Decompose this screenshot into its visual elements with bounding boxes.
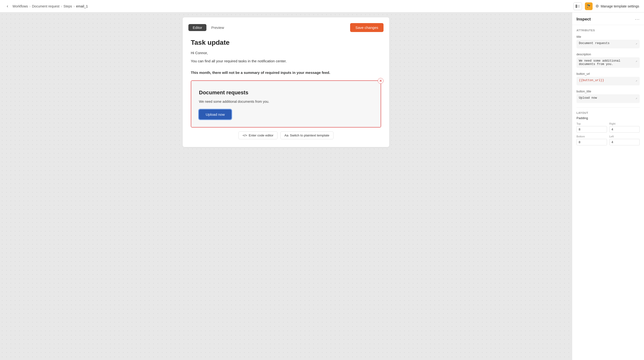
padding-top-label: Top [576, 122, 607, 125]
field-ext-icon-button-title[interactable]: ↗ [636, 96, 637, 100]
field-group-button-url: button_url {{button_url}} ↗ [576, 72, 640, 85]
email-title: Task update [191, 39, 381, 47]
padding-bottom-label: Bottom [576, 135, 607, 138]
padding-field-bottom: Bottom [576, 135, 607, 145]
manage-template-label: Manage template settings [601, 4, 639, 8]
field-group-button-title: button_title Upload now ↗ [576, 90, 640, 103]
top-nav: ‹ Workflows › Document request › Steps ›… [0, 0, 644, 13]
aa-icon: Aa [284, 133, 288, 137]
field-group-description: description We need some additional docu… [576, 53, 640, 68]
breadcrumb-current: email_1 [76, 4, 88, 8]
padding-left-input[interactable] [610, 139, 640, 145]
field-value-description: We need some additional documents from y… [576, 57, 640, 68]
breadcrumb: Workflows › Document request › Steps › e… [12, 4, 88, 8]
layout-section-label: LAYOUT [576, 111, 640, 114]
field-ext-icon-description[interactable]: ↗ [636, 59, 637, 63]
gear-icon: ⚙ [596, 4, 599, 9]
tab-preview[interactable]: Preview [207, 24, 228, 31]
field-value-button-url-text: {{button_url}} [579, 79, 604, 82]
inspect-more-button[interactable]: ··· [635, 16, 640, 22]
tab-editor[interactable]: Editor [188, 24, 206, 31]
tab-group: Editor Preview [188, 24, 228, 31]
editor-container: Editor Preview Save changes Task update … [183, 17, 389, 147]
upload-now-button[interactable]: Upload now [199, 109, 232, 119]
field-value-title: Document requests ↗ [576, 40, 640, 48]
breadcrumb-document-request[interactable]: Document request [32, 4, 59, 8]
field-value-button-title: Upload now ↗ [576, 94, 640, 103]
padding-bottom-input[interactable] [576, 139, 607, 145]
field-label-button-url: button_url [576, 72, 640, 76]
breadcrumb-steps[interactable]: Steps [64, 4, 72, 8]
svg-rect-2 [578, 6, 580, 7]
field-value-button-url: {{button_url}} ↗ [576, 77, 640, 85]
field-label-button-title: button_title [576, 90, 640, 93]
padding-field-right: Right [610, 122, 640, 133]
field-ext-icon-title[interactable]: ↗ [636, 42, 637, 46]
task-card: Document requests We need some additiona… [191, 81, 381, 127]
field-group-title: title Document requests ↗ [576, 35, 640, 48]
app-logo-icon: 🪂 [585, 3, 592, 10]
enter-code-editor-button[interactable]: </> Enter code editor [238, 131, 277, 139]
field-label-description: description [576, 53, 640, 56]
editor-toolbar: Editor Preview Save changes [188, 23, 384, 32]
padding-right-label: Right [610, 122, 640, 125]
divider [576, 107, 640, 108]
close-icon: ✕ [379, 79, 382, 83]
padding-section-title: Padding [576, 116, 640, 120]
save-changes-button[interactable]: Save changes [350, 23, 384, 32]
svg-rect-1 [578, 5, 580, 6]
sidebar-toggle-button[interactable] [573, 3, 582, 10]
editor-area: Editor Preview Save changes Task update … [0, 13, 572, 360]
task-card-description: We need some additional documents from y… [199, 99, 373, 104]
nav-left: ‹ Workflows › Document request › Steps ›… [5, 3, 88, 10]
code-editor-label: Enter code editor [249, 133, 274, 137]
padding-left-label: Left [610, 135, 640, 138]
email-greeting: Hi Connor, [191, 51, 381, 55]
field-value-button-title-text: Upload now [579, 96, 597, 100]
attributes-section-label: ATTRIBUTES [576, 29, 640, 32]
bottom-toolbar: </> Enter code editor Aa Switch to plain… [188, 131, 384, 141]
padding-grid: Top Right Bottom Left [576, 122, 640, 145]
inspect-body: ATTRIBUTES title Document requests ↗ des… [572, 25, 644, 149]
padding-field-left: Left [610, 135, 640, 145]
padding-right-input[interactable] [610, 126, 640, 133]
task-card-wrapper: ✕ Document requests We need some additio… [191, 80, 381, 127]
switch-plaintext-button[interactable]: Aa Switch to plaintext template [280, 131, 334, 139]
email-body-line1: You can find all your required tasks in … [191, 58, 381, 64]
inspect-title: Inspect [576, 17, 591, 22]
field-value-title-text: Document requests [579, 42, 610, 45]
field-label-title: title [576, 35, 640, 39]
field-value-description-text: We need some additional documents from y… [579, 59, 620, 66]
breadcrumb-workflows[interactable]: Workflows [12, 4, 28, 8]
padding-top-input[interactable] [576, 126, 607, 133]
task-card-title: Document requests [199, 90, 373, 96]
field-ext-icon-button-url[interactable]: ↗ [636, 79, 637, 83]
main-layout: Editor Preview Save changes Task update … [0, 13, 644, 360]
code-icon: </> [242, 133, 247, 137]
task-card-close-button[interactable]: ✕ [378, 78, 384, 84]
inspect-panel: Inspect ··· ATTRIBUTES title Document re… [572, 13, 644, 360]
email-content: Task update Hi Connor, You can find all … [188, 39, 384, 127]
manage-template-button[interactable]: ⚙ Manage template settings [596, 4, 639, 9]
nav-back-button[interactable]: ‹ [5, 3, 10, 10]
plaintext-label: Switch to plaintext template [290, 133, 329, 137]
inspect-header: Inspect ··· [572, 13, 644, 25]
padding-field-top: Top [576, 122, 607, 133]
nav-right: 🪂 ⚙ Manage template settings [573, 3, 639, 10]
svg-rect-0 [576, 5, 577, 8]
svg-rect-3 [578, 7, 580, 8]
email-body: You can find all your required tasks in … [191, 58, 381, 76]
email-body-line2: This month, there will not be a summary … [191, 70, 381, 76]
